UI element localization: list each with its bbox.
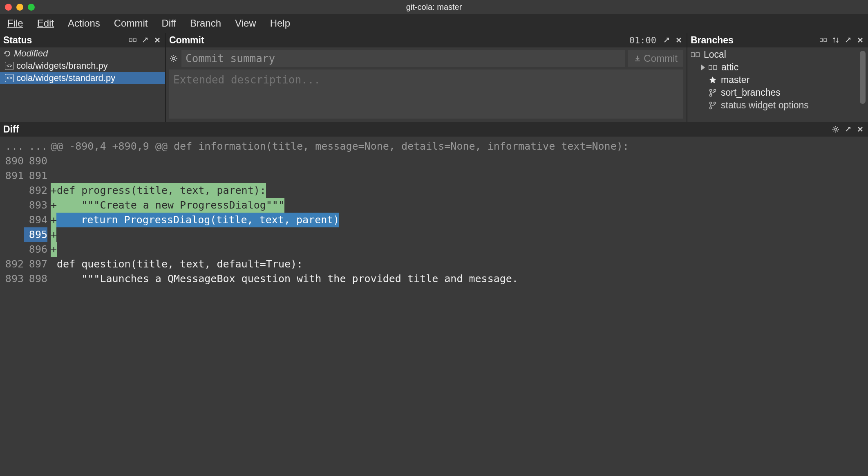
status-modified-header[interactable]: Modified	[0, 47, 165, 60]
svg-rect-1	[133, 38, 136, 41]
diff-title: Diff	[3, 124, 831, 135]
popout-icon[interactable]	[141, 36, 150, 45]
branch-item-label: master	[721, 74, 749, 85]
status-body: Modified <> cola/widgets/branch.py <> co…	[0, 47, 165, 122]
diff-line[interactable]: 892897 def question(title, text, default…	[0, 257, 868, 272]
svg-rect-5	[691, 53, 694, 57]
traffic-lights	[5, 4, 35, 11]
folder-icon	[691, 52, 700, 58]
status-file-path: cola/widgets/branch.py	[16, 61, 108, 71]
svg-rect-6	[696, 53, 699, 57]
diff-line[interactable]: ......@@ -890,4 +890,9 @@ def informatio…	[0, 139, 868, 154]
branch-item-sort-branches[interactable]: sort_branches	[689, 86, 866, 99]
window-title: git-cola: master	[0, 2, 868, 12]
branch-icon	[708, 101, 718, 110]
svg-point-10	[710, 94, 712, 96]
svg-point-9	[710, 89, 712, 91]
panel-drag-icon[interactable]	[128, 36, 137, 45]
branches-local-header[interactable]: Local	[689, 48, 866, 61]
close-icon[interactable]	[856, 125, 865, 134]
diff-line[interactable]: 893+ """Create a new ProgressDialog"""	[0, 198, 868, 213]
popout-icon[interactable]	[843, 36, 852, 45]
status-file-1[interactable]: <> cola/widgets/standard.py	[0, 72, 165, 84]
menu-branch[interactable]: Branch	[188, 16, 224, 31]
status-file-path: cola/widgets/standard.py	[16, 73, 115, 83]
menubar: File Edit Actions Commit Diff Branch Vie…	[0, 14, 868, 33]
menu-diff[interactable]: Diff	[159, 16, 179, 31]
branch-item-status-widget[interactable]: status widget options	[689, 99, 866, 112]
branches-title: Branches	[691, 35, 817, 46]
folder-icon	[708, 65, 718, 70]
branch-item-master[interactable]: master	[689, 74, 866, 86]
branch-item-label: status widget options	[721, 100, 809, 111]
branches-body: Local attic master sort_branches	[687, 47, 868, 122]
branches-panel: Branches Local	[687, 33, 868, 122]
commit-summary-input[interactable]	[181, 50, 625, 67]
menu-file[interactable]: File	[5, 16, 26, 31]
gear-icon[interactable]	[831, 125, 840, 134]
branch-item-label: attic	[721, 62, 738, 73]
status-title: Status	[3, 35, 126, 46]
commit-time-label: 01:00	[629, 35, 656, 45]
commit-panel: Commit 01:00 Commit	[166, 33, 687, 122]
diff-line[interactable]: 891891	[0, 168, 868, 183]
diff-line[interactable]: 892+def progress(title, text, parent):	[0, 183, 868, 198]
refresh-icon	[3, 49, 11, 58]
svg-rect-7	[709, 65, 712, 70]
minimize-window-button[interactable]	[16, 4, 23, 11]
scrollbar[interactable]	[860, 51, 866, 104]
commit-button[interactable]: Commit	[628, 50, 683, 67]
svg-rect-4	[824, 38, 827, 41]
close-icon[interactable]	[674, 36, 683, 45]
panel-drag-icon[interactable]	[819, 36, 828, 45]
commit-button-label: Commit	[644, 53, 678, 64]
svg-point-15	[834, 128, 837, 130]
commit-stage-icon	[634, 55, 641, 62]
menu-commit[interactable]: Commit	[112, 16, 150, 31]
svg-point-12	[710, 102, 712, 104]
status-file-0[interactable]: <> cola/widgets/branch.py	[0, 60, 165, 72]
svg-rect-8	[714, 65, 717, 70]
titlebar: git-cola: master	[0, 0, 868, 14]
svg-point-13	[710, 107, 712, 109]
branch-item-label: sort_branches	[721, 87, 781, 98]
diff-line[interactable]: 896+	[0, 242, 868, 257]
commit-description-input[interactable]	[169, 70, 683, 119]
zoom-window-button[interactable]	[28, 4, 35, 11]
diff-line[interactable]: 890890	[0, 154, 868, 168]
close-window-button[interactable]	[5, 4, 12, 11]
svg-rect-3	[820, 38, 823, 41]
svg-point-14	[714, 102, 716, 104]
sort-icon[interactable]	[831, 36, 840, 45]
commit-title: Commit	[169, 35, 627, 46]
svg-point-2	[172, 57, 175, 60]
popout-icon[interactable]	[843, 125, 852, 134]
status-modified-label: Modified	[14, 48, 48, 59]
menu-edit[interactable]: Edit	[35, 16, 56, 31]
popout-icon[interactable]	[662, 36, 671, 45]
file-icon: <>	[5, 74, 14, 82]
menu-view[interactable]: View	[233, 16, 259, 31]
expand-icon	[701, 65, 705, 70]
svg-rect-0	[129, 38, 132, 41]
commit-gear-icon[interactable]	[169, 54, 178, 63]
svg-point-11	[714, 89, 716, 91]
star-icon	[708, 76, 718, 84]
diff-body[interactable]: ......@@ -890,4 +890,9 @@ def informatio…	[0, 137, 868, 476]
branch-icon	[708, 89, 718, 97]
branch-item-attic[interactable]: attic	[689, 61, 866, 74]
diff-line[interactable]: 895+	[0, 227, 868, 242]
diff-line[interactable]: 893898 """Launches a QMessageBox questio…	[0, 272, 868, 286]
close-icon[interactable]	[153, 36, 162, 45]
close-icon[interactable]	[856, 36, 865, 45]
menu-actions[interactable]: Actions	[65, 16, 103, 31]
file-icon: <>	[5, 62, 14, 70]
diff-line[interactable]: 894+ return ProgressDialog(title, text, …	[0, 213, 868, 227]
menu-help[interactable]: Help	[268, 16, 293, 31]
diff-panel: Diff ......@@ -890,4 +890,9 @@ def infor…	[0, 122, 868, 476]
branches-local-label: Local	[704, 49, 726, 60]
status-panel: Status Modified <>	[0, 33, 166, 122]
